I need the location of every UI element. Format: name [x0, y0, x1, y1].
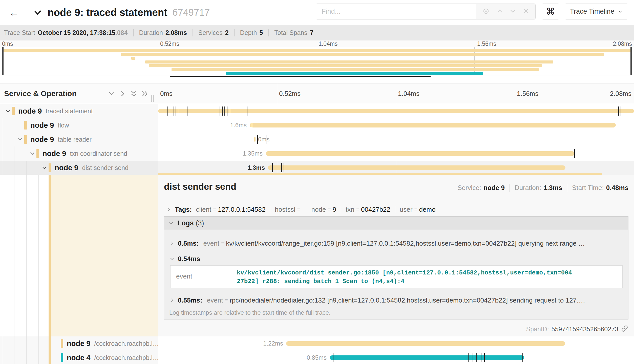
service-value: node 9: [483, 184, 505, 192]
indent-guide: [2, 175, 2, 336]
span-id-row: SpanID: 5597415943526560273: [526, 324, 628, 334]
span-row[interactable]: node 4/cockroach.roachpb.l…0.85ms: [0, 351, 634, 364]
span-bar[interactable]: [254, 137, 256, 142]
span-name-cell[interactable]: node 9dist sender send: [0, 161, 158, 175]
operation-name: /cockroach.roachpb.l…: [94, 354, 158, 361]
operation-name: dist sender send: [82, 164, 128, 172]
span-name-cell[interactable]: node 9flow: [0, 118, 158, 132]
log-marker-tick: [479, 353, 479, 362]
span-row[interactable]: node 9dist sender send1.3ms: [0, 161, 634, 175]
span-name-cell[interactable]: node 4/cockroach.roachpb.l…: [0, 351, 158, 364]
log-marker-tick: [272, 163, 273, 172]
back-button[interactable]: ←: [0, 0, 28, 25]
span-timeline-cell[interactable]: 1.35ms: [158, 146, 634, 161]
clear-search-icon[interactable]: [522, 8, 530, 16]
span-name-text: node 9txn coordinator send: [43, 146, 127, 161]
span-timeline-cell[interactable]: 1.22ms: [158, 336, 634, 351]
expander-chevron-icon[interactable]: [41, 165, 48, 172]
log-entry[interactable]: 0.5ms: event = kv/kvclient/kvcoord/range…: [169, 238, 623, 248]
span-name-cell[interactable]: node 9/cockroach.roachpb.l…: [0, 336, 158, 351]
service-operation-header: Service & Operation: [4, 83, 77, 104]
log-timestamp: 0.5ms:: [178, 240, 199, 247]
logs-header[interactable]: Logs (3): [164, 217, 628, 230]
span-name-cell[interactable]: node 9traced statement: [0, 104, 158, 118]
span-row[interactable]: node 9flow1.6ms: [0, 118, 634, 132]
span-name-cell[interactable]: node 9txn coordinator send: [0, 146, 158, 161]
tag-separator: [341, 206, 341, 213]
collapse-all-icon[interactable]: [130, 90, 138, 99]
ruler-tick: 0ms: [2, 40, 13, 47]
ruler-tick: 1.56ms: [477, 40, 496, 47]
span-timeline-cell[interactable]: 1.6ms: [158, 118, 634, 132]
operation-name: txn coordinator send: [70, 150, 127, 157]
page-title: node 9: traced statement: [48, 7, 167, 18]
minimap-right-handle[interactable]: [630, 47, 632, 75]
total-spans-value: 7: [310, 29, 313, 36]
tag-item: client=127.0.0.1:54582: [196, 206, 265, 213]
collapse-one-icon[interactable]: [107, 90, 116, 99]
tag-item: hostssl=: [275, 206, 302, 213]
trace-start-fraction: .084: [115, 29, 128, 36]
service-name: node 9: [30, 121, 54, 130]
span-row[interactable]: node 9/cockroach.roachpb.l…1.22ms: [0, 336, 634, 351]
trace-minimap[interactable]: [2, 47, 632, 75]
tag-equals: =: [328, 206, 331, 212]
ruler-tick: 1.04ms: [319, 40, 337, 47]
prev-match-icon[interactable]: [496, 7, 503, 16]
expanded-span-accent: [158, 173, 602, 175]
trace-view-dropdown[interactable]: Trace Timeline: [565, 4, 628, 19]
tag-item: user=demo: [400, 206, 436, 213]
collapse-trace-icon[interactable]: [32, 7, 43, 19]
expander-chevron-icon[interactable]: [29, 151, 35, 158]
service-color-chip: [49, 163, 51, 172]
span-bar[interactable]: [266, 151, 575, 156]
column-resizer-handle[interactable]: [151, 95, 154, 102]
log-marker-tick: [224, 106, 225, 116]
locate-icon[interactable]: [482, 7, 490, 16]
tags-row[interactable]: Tags: client=127.0.0.1:54582hostssl=node…: [166, 204, 436, 215]
span-name-text: node 9flow: [30, 118, 69, 132]
expander-chevron-icon[interactable]: [5, 108, 11, 116]
span-name-cell[interactable]: node 9table reader: [0, 132, 158, 146]
expand-one-icon[interactable]: [118, 90, 127, 99]
stats-separator: [133, 29, 134, 36]
span-timeline-cell[interactable]: 0ms: [158, 132, 634, 146]
log-entry[interactable]: 0.55ms: event = rpc/nodedialer/nodediale…: [169, 295, 623, 305]
find-input[interactable]: [316, 4, 476, 19]
minimap-span-bar: [121, 53, 604, 56]
selected-span-band: [49, 351, 51, 364]
expander-chevron-icon[interactable]: [17, 136, 23, 144]
next-match-icon[interactable]: [509, 7, 517, 16]
span-bar[interactable]: [286, 341, 565, 346]
span-row[interactable]: node 9txn coordinator send1.35ms: [0, 146, 634, 161]
trace-title-wrap: node 9: traced statement 6749717: [48, 0, 210, 25]
span-detail-panel: dist sender send Service: node 9 Duratio…: [158, 175, 634, 336]
expand-all-icon[interactable]: [141, 90, 149, 99]
minimap-left-handle[interactable]: [2, 47, 4, 75]
span-timeline-cell[interactable]: 0.85ms: [158, 351, 634, 364]
minimap-span-bar: [131, 57, 136, 60]
trace-stats-bar: Trace Start October 15 2020, 17:38:15 .0…: [0, 25, 634, 40]
span-timeline-cell[interactable]: 1.3ms: [158, 161, 634, 175]
minimap-scrollbar[interactable]: [170, 76, 431, 77]
chevron-down-icon: [168, 220, 174, 226]
service-color-chip: [12, 107, 15, 115]
span-row[interactable]: node 9traced statement: [0, 104, 634, 118]
logs-label: Logs: [177, 219, 194, 227]
operation-name: table reader: [58, 136, 91, 143]
log-marker-tick: [174, 106, 174, 116]
link-icon[interactable]: [621, 325, 628, 333]
log-key: event: [207, 296, 223, 304]
span-bar[interactable]: [330, 355, 524, 360]
indent-guide: [14, 351, 14, 364]
service-name: node 9: [43, 149, 66, 158]
span-timeline-cell[interactable]: [158, 104, 634, 118]
tag-equals: =: [356, 206, 359, 212]
span-row[interactable]: node 9table reader0ms: [0, 132, 634, 146]
log-entry-expanded[interactable]: 0.54ms: [169, 254, 623, 264]
keyboard-shortcuts-button[interactable]: ⌘: [542, 4, 559, 19]
span-bar[interactable]: [268, 165, 565, 170]
span-bar[interactable]: [250, 123, 616, 127]
minimap-ruler: 0ms 0.52ms 1.04ms 1.56ms 2.08ms: [0, 40, 634, 47]
start-time-label: Start Time:: [572, 184, 604, 192]
